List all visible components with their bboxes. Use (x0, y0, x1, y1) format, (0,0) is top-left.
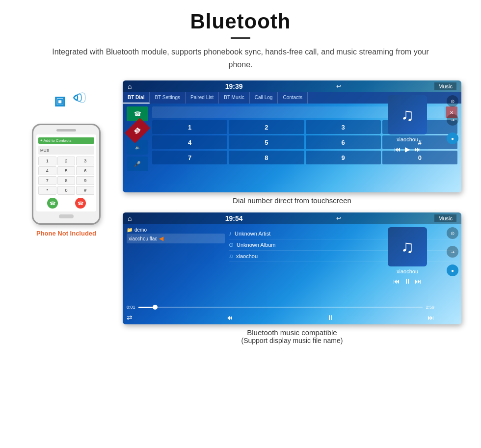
phone-hangup-button[interactable]: ☎ (75, 198, 86, 209)
file-name: xiaochou.flac (129, 236, 157, 241)
screenshots-section: ⌂ 19:39 ↩ Music BT Dial BT Settings Pair… (123, 80, 461, 344)
phone-key-6[interactable]: 6 (76, 166, 94, 175)
prev-button[interactable]: ⏮ (394, 145, 401, 153)
settings-circle-icon[interactable]: ⊙ (447, 95, 458, 107)
home-icon[interactable]: ⌂ (128, 82, 132, 90)
screen2-caption: Bluetooth music compatible (123, 328, 461, 337)
progress-area: 0:01 2:59 (127, 305, 434, 310)
folder-row: 📁 demo (127, 226, 225, 234)
prev-button-2[interactable]: ⏮ (393, 277, 400, 285)
phone-speaker (56, 129, 76, 132)
next-button-2[interactable]: ⏭ (415, 277, 422, 285)
dial-key-5[interactable]: 5 (229, 135, 304, 149)
route-icon[interactable]: ⇝ (447, 114, 458, 126)
tab-bt-dial[interactable]: BT Dial (123, 92, 150, 104)
screen2-caption-sub: (Support display music file name) (123, 337, 461, 344)
add-contacts-label: + Add to Contacts (40, 138, 71, 143)
dial-key-1[interactable]: 1 (152, 120, 227, 134)
dial-key-9[interactable]: 9 (306, 151, 381, 164)
person-icon: ♪ (229, 230, 232, 237)
dial-key-2[interactable]: 2 (229, 120, 304, 134)
prev-track-button[interactable]: ⏮ (226, 314, 233, 321)
screen1-album-art: ♫ (388, 95, 427, 134)
phone-keypad: 1 2 3 4 5 6 7 8 9 * 0 # (38, 157, 94, 195)
phone-key-4[interactable]: 4 (38, 166, 56, 175)
phone-home-button[interactable] (59, 214, 74, 218)
media-icon-2[interactable]: ● (447, 264, 458, 276)
screen1-music-panel: ♫ xiaochou ⏮ ▶ ⏭ (378, 95, 437, 153)
screen2-music-controls: ⏮ ⏸ ⏭ (393, 277, 422, 285)
tab-bt-music[interactable]: BT Music (219, 92, 250, 104)
dial-key-4[interactable]: 4 (152, 135, 227, 149)
page-title: Bluetooth (20, 10, 461, 33)
phone-key-9[interactable]: 9 (76, 176, 94, 185)
screen2-music-panel: ♫ xiaochou ⏮ ⏸ ⏭ (378, 227, 437, 285)
phone-key-1[interactable]: 1 (38, 157, 56, 165)
phone-key-hash[interactable]: # (76, 186, 94, 195)
screen2-music-label: Music (434, 214, 456, 222)
phone-key-8[interactable]: 8 (57, 176, 76, 185)
next-track-button[interactable]: ⏭ (428, 314, 434, 321)
phone-key-star[interactable]: * (38, 186, 56, 195)
screen1-music-controls: ⏮ ▶ ⏭ (394, 145, 421, 153)
progress-bar[interactable] (138, 307, 423, 308)
screen1-right-icons: ⊙ ⇝ ● (447, 95, 458, 144)
phone-key-0[interactable]: 0 (57, 186, 76, 195)
screen1-track-name: xiaochou (397, 136, 418, 142)
screen1-music-label: Music (434, 82, 456, 90)
music-note-icon: ♫ (401, 105, 414, 125)
play-button[interactable]: ▶ (405, 145, 410, 153)
signal-waves-icon (59, 85, 88, 110)
tab-contacts[interactable]: Contacts (278, 92, 307, 104)
bottom-controls: ⇄ ⏮ ⏸ ⏭ (127, 314, 434, 321)
artist-name: Unknown Artist (235, 231, 270, 237)
tab-paired-list[interactable]: Paired List (186, 92, 219, 104)
screen2-container: ⌂ 19:54 ↩ Music 📁 demo x (123, 212, 461, 344)
pause-button[interactable]: ⏸ (404, 277, 411, 285)
music-note-icon-2: ♫ (401, 237, 414, 257)
dial-key-7[interactable]: 7 (152, 151, 227, 164)
play-pause-button[interactable]: ⏸ (327, 314, 334, 321)
file-item-active[interactable]: xiaochou.flac ◀ (127, 234, 225, 243)
route-icon-2[interactable]: ⇝ (447, 246, 458, 258)
main-content: ⧈ + Add to Contacts MUS (20, 80, 461, 344)
phone-screen: + Add to Contacts MUS 1 2 3 4 5 6 7 8 (36, 134, 96, 211)
screen1-container: ⌂ 19:39 ↩ Music BT Dial BT Settings Pair… (123, 80, 461, 205)
tab-bt-settings[interactable]: BT Settings (150, 92, 186, 104)
dial-left-buttons: ☎ ☎ 🔈 🎤 (127, 106, 148, 181)
home-icon-2[interactable]: ⌂ (128, 214, 132, 222)
phone-key-5[interactable]: 5 (57, 166, 76, 175)
media-icon[interactable]: ● (447, 132, 458, 144)
dial-mute-button[interactable]: 🔈 (127, 140, 148, 155)
screen2-right-icons: ⊙ ⇝ ● (447, 227, 458, 276)
phone-display: MUS (40, 148, 49, 153)
phone-bottom-bar: ☎ ☎ (38, 198, 94, 209)
header-divider (231, 37, 250, 39)
phone-key-2[interactable]: 2 (57, 157, 76, 165)
back-icon[interactable]: ↩ (336, 83, 341, 90)
phone-call-button[interactable]: ☎ (47, 198, 58, 209)
song-icon: ♫ (229, 253, 233, 260)
screen1-time: 19:39 (225, 82, 243, 90)
phone-section: ⧈ + Add to Contacts MUS (20, 80, 113, 237)
progress-dot (153, 305, 158, 310)
back-icon-2[interactable]: ↩ (336, 215, 341, 222)
shuffle-button[interactable]: ⇄ (127, 314, 133, 321)
phone-key-7[interactable]: 7 (38, 176, 56, 185)
dial-key-3[interactable]: 3 (306, 120, 381, 134)
bt-icon-container: ⧈ (44, 85, 88, 120)
dial-mic-button[interactable]: 🎤 (127, 157, 148, 171)
car-screen-dial: ⌂ 19:39 ↩ Music BT Dial BT Settings Pair… (123, 80, 461, 192)
next-button[interactable]: ⏭ (414, 145, 421, 153)
screen2-album-art: ♫ (388, 227, 427, 266)
tab-call-log[interactable]: Call Log (250, 92, 278, 104)
dial-call-button[interactable]: ☎ (127, 106, 148, 121)
screen1-topbar: ⌂ 19:39 ↩ Music (123, 80, 461, 92)
music-file-browser: 📁 demo xiaochou.flac ◀ (127, 226, 225, 316)
settings-circle-icon-2[interactable]: ⊙ (447, 227, 458, 239)
car-screen-music: ⌂ 19:54 ↩ Music 📁 demo x (123, 212, 461, 324)
dial-key-6[interactable]: 6 (306, 135, 381, 149)
phone-key-3[interactable]: 3 (76, 157, 94, 165)
screen2-topbar: ⌂ 19:54 ↩ Music (123, 212, 461, 224)
dial-key-8[interactable]: 8 (229, 151, 304, 164)
